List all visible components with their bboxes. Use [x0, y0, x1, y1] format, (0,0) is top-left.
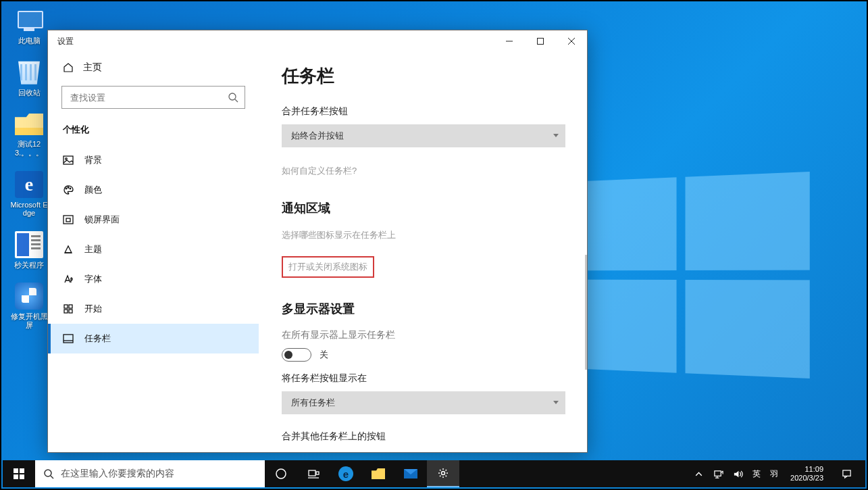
nav-label: 主题: [84, 243, 102, 255]
cortana-button[interactable]: [265, 460, 297, 487]
scrollbar[interactable]: [585, 255, 587, 370]
font-icon: [63, 274, 74, 285]
home-icon: [63, 62, 74, 73]
folder-icon: [15, 110, 43, 137]
svg-rect-11: [63, 216, 73, 224]
system-icons-link[interactable]: 打开或关闭系统图标: [282, 256, 374, 278]
taskbar-edge[interactable]: [330, 460, 362, 487]
svg-point-10: [70, 188, 71, 189]
nav-fonts[interactable]: 字体: [48, 264, 259, 294]
taskbar-mail[interactable]: [394, 460, 427, 487]
start-button[interactable]: [3, 460, 35, 487]
tray-network[interactable]: [711, 460, 726, 487]
close-button[interactable]: [556, 30, 587, 52]
svg-rect-17: [63, 335, 73, 343]
nav-themes[interactable]: 主题: [48, 235, 259, 264]
tray-overflow[interactable]: [691, 460, 707, 487]
combine-select[interactable]: 始终合并按钮: [282, 124, 565, 147]
desktop-icon-fix-boot[interactable]: 修复开机黑屏: [9, 283, 49, 329]
svg-point-8: [66, 188, 67, 189]
nav-taskbar[interactable]: 任务栏: [48, 324, 259, 353]
btn-show-select[interactable]: 所有任务栏: [282, 391, 565, 414]
settings-sidebar: 主页 个性化 背景 颜色: [48, 52, 259, 452]
window-title: 设置: [57, 36, 74, 47]
nav-label: 颜色: [84, 184, 102, 196]
svg-line-20: [51, 476, 53, 479]
btn-show-value: 所有任务栏: [291, 397, 335, 409]
gear-icon: [437, 467, 449, 479]
minimize-button[interactable]: [494, 30, 525, 52]
settings-search-input[interactable]: [61, 86, 245, 109]
lockscreen-icon: [63, 214, 74, 225]
mail-icon: [404, 469, 417, 479]
nav-label: 字体: [84, 273, 102, 285]
nav-label: 背景: [84, 154, 102, 166]
multi-monitor-toggle[interactable]: [282, 348, 311, 362]
nav-label: 锁屏界面: [84, 214, 120, 226]
multi-monitor-title: 多显示器设置: [282, 301, 564, 317]
tray-volume[interactable]: [730, 460, 746, 487]
desktop-icon-label: 修复开机黑屏: [9, 312, 49, 329]
settings-nav: 背景 颜色 锁屏界面 主题: [48, 145, 259, 353]
svg-rect-23: [316, 472, 319, 474]
desktop-icon-test-folder[interactable]: 测试123.。。。: [9, 110, 49, 157]
desktop-icon-label: 测试123.。。。: [9, 140, 49, 157]
nav-colors[interactable]: 颜色: [48, 175, 259, 205]
pc-icon: [15, 7, 43, 34]
clock-time: 11:09: [790, 465, 823, 474]
recycle-bin-icon: [15, 59, 43, 86]
nav-lockscreen[interactable]: 锁屏界面: [48, 205, 259, 235]
search-icon: [228, 92, 238, 103]
desktop-icon-label: 此电脑: [9, 36, 49, 45]
nav-label: 开始: [84, 303, 102, 315]
repair-icon: [15, 283, 43, 310]
desktop-icon-this-pc[interactable]: 此电脑: [9, 7, 49, 45]
desktop-icon-label: Microsoft Edge: [9, 201, 49, 218]
svg-rect-1: [538, 39, 544, 45]
combine-value: 始终合并按钮: [291, 130, 344, 142]
maximize-button[interactable]: [525, 30, 556, 52]
combine-label: 合并任务栏按钮: [282, 105, 564, 118]
svg-rect-13: [64, 305, 68, 308]
svg-rect-22: [309, 470, 315, 476]
cortana-icon: [275, 468, 287, 480]
select-icons-link[interactable]: 选择哪些图标显示在任务栏上: [282, 229, 396, 241]
svg-rect-15: [64, 310, 68, 313]
other-combine-label: 合并其他任务栏上的按钮: [282, 431, 564, 443]
nav-background[interactable]: 背景: [48, 145, 259, 175]
tray-ime-mode[interactable]: 羽: [767, 460, 781, 487]
nav-label: 任务栏: [84, 333, 111, 345]
theme-icon: [63, 244, 74, 255]
svg-rect-26: [715, 470, 721, 476]
settings-content: 任务栏 合并任务栏按钮 始终合并按钮 如何自定义任务栏? 通知区域 选择哪些图标…: [259, 52, 587, 452]
desktop-icon-label: 回收站: [9, 89, 49, 97]
action-center-button[interactable]: [833, 469, 860, 479]
titlebar[interactable]: 设置: [48, 30, 587, 52]
task-view-icon: [307, 468, 320, 480]
tray-ime-lang[interactable]: 英: [750, 460, 763, 487]
desktop-icon-edge[interactable]: Microsoft Edge: [9, 171, 49, 218]
taskbar-search[interactable]: 在这里输入你要搜索的内容: [35, 460, 265, 487]
folder-icon: [372, 468, 385, 479]
nav-start[interactable]: 开始: [48, 294, 259, 324]
svg-rect-16: [69, 310, 72, 313]
svg-line-5: [235, 99, 238, 102]
tray-clock[interactable]: 11:09 2020/3/23: [785, 465, 829, 482]
svg-rect-12: [66, 218, 70, 222]
app-icon: [15, 231, 43, 258]
taskbar-explorer[interactable]: [362, 460, 394, 487]
palette-icon: [63, 185, 74, 195]
svg-point-4: [229, 93, 236, 100]
customize-taskbar-link[interactable]: 如何自定义任务栏?: [282, 165, 357, 177]
home-button[interactable]: 主页: [48, 52, 259, 84]
taskbar-settings[interactable]: [427, 460, 459, 487]
svg-rect-6: [63, 156, 73, 164]
task-view-button[interactable]: [297, 460, 330, 487]
svg-point-7: [66, 158, 68, 160]
page-title: 任务栏: [282, 64, 564, 88]
desktop-icon-kill-app[interactable]: 秒关程序: [9, 231, 49, 270]
search-icon: [43, 468, 54, 479]
desktop-icon-recycle-bin[interactable]: 回收站: [9, 59, 49, 97]
picture-icon: [63, 155, 74, 166]
svg-point-19: [45, 470, 51, 476]
